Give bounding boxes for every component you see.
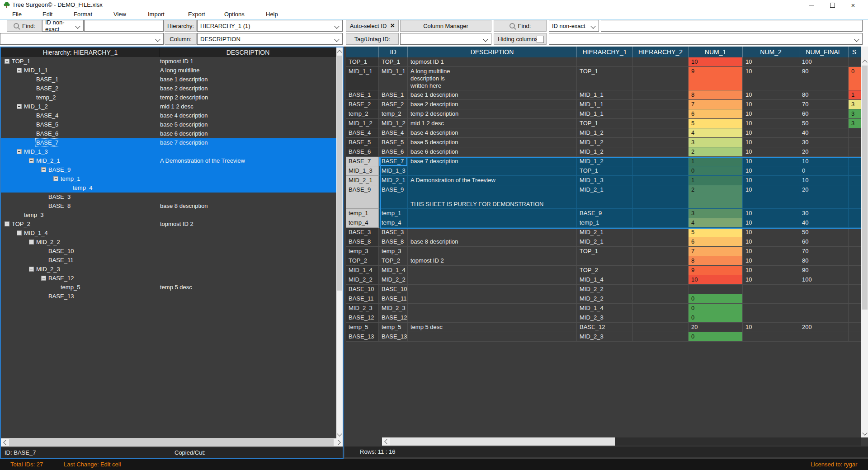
table-row-BASE_1[interactable]: BASE_1BASE_1base 1 descriptionMID_1_1810…	[346, 90, 861, 100]
hiding-columns-toggle[interactable]: Hiding columns	[494, 33, 547, 45]
cell-description[interactable]: temp 5 desc	[408, 323, 577, 332]
scroll-left-icon[interactable]	[383, 438, 389, 445]
cell-id[interactable]: BASE_2	[379, 100, 408, 109]
cell-hierarchy-2[interactable]	[633, 209, 689, 218]
cell-hierarchy-1[interactable]: MID_2_2	[577, 285, 633, 294]
cell-id[interactable]: BASE_7	[379, 157, 408, 166]
cell-cutoff[interactable]	[849, 147, 861, 157]
cell-num-2[interactable]: 10	[743, 185, 799, 209]
tree-vscrollbar[interactable]	[336, 47, 343, 438]
cell-description[interactable]: base 7 description	[408, 157, 577, 166]
cell-num-2[interactable]	[743, 313, 799, 323]
table-row-MID_2_3[interactable]: MID_2_3MID_2_3MID_1_40	[346, 304, 861, 313]
cell-num-2[interactable]: 10	[743, 266, 799, 275]
cell-num-final[interactable]: 70	[799, 247, 849, 256]
cell-hierarchy-2[interactable]	[633, 237, 689, 247]
minimize-button[interactable]	[803, 0, 820, 10]
column-select[interactable]: DESCRIPTION	[197, 33, 343, 45]
cell-description[interactable]: topmost ID 2	[408, 256, 577, 266]
cell-id[interactable]: BASE_11	[379, 294, 408, 304]
tree-row-MID_1_1[interactable]: MID_1_1A long multiline	[1, 66, 336, 75]
cell-id[interactable]: MID_2_2	[379, 275, 408, 285]
grid-hscrollbar[interactable]	[382, 437, 861, 446]
cell-cutoff[interactable]	[849, 294, 861, 304]
cell-num-2[interactable]: 10	[743, 228, 799, 237]
tree-row-temp_5[interactable]: temp_5temp 5 desc	[1, 283, 336, 292]
table-row-MID_1_2[interactable]: MID_1_2MID_1_2mid 1 2 descTOP_1510503	[346, 119, 861, 128]
cell-description[interactable]	[408, 313, 577, 323]
cell-num-2[interactable]: 10	[743, 138, 799, 147]
cell-cutoff[interactable]	[849, 138, 861, 147]
table-row-MID_2_2[interactable]: MID_2_2MID_2_2MID_1_41010100	[346, 275, 861, 285]
tree-row-MID_1_3[interactable]: MID_1_3	[1, 147, 336, 156]
auto-select-id-button[interactable]: Auto-select ID ×	[346, 20, 399, 32]
tree-header-hierarchy[interactable]: Hierarchy: HIERARCHY_1	[1, 47, 160, 57]
row-header[interactable]: BASE_10	[346, 285, 379, 294]
find-mode-select-right[interactable]: ID non-exact	[549, 20, 599, 32]
cell-num-final[interactable]: 100	[799, 275, 849, 285]
cell-hierarchy-1[interactable]: MID_1_4	[577, 275, 633, 285]
cell-num-final[interactable]: 90	[799, 67, 849, 90]
cell-num-1[interactable]: 0	[689, 313, 743, 323]
tree-row-MID_2_3[interactable]: MID_2_3	[1, 265, 336, 274]
cell-num-1[interactable]: 1	[689, 176, 743, 185]
cell-num-final[interactable]	[799, 313, 849, 323]
tree-node-label[interactable]: temp_2	[36, 94, 56, 101]
cell-hierarchy-1[interactable]: MID_1_2	[577, 157, 633, 166]
cell-num-1[interactable]: 2	[689, 147, 743, 157]
table-row-BASE_8[interactable]: BASE_8BASE_8base 8 descriptionMID_2_1610…	[346, 237, 861, 247]
tree-node-label[interactable]: TOP_1	[12, 58, 30, 65]
cell-description[interactable]: A Demonstration of the Treeview	[408, 176, 577, 185]
cell-num-final[interactable]: 50	[799, 119, 849, 128]
cell-cutoff[interactable]	[849, 247, 861, 256]
cell-num-1[interactable]: 8	[689, 256, 743, 266]
tree-node-label[interactable]: MID_1_3	[24, 148, 48, 155]
cell-id[interactable]: temp_1	[379, 209, 408, 218]
column-header-hierarchy_2[interactable]: HIERARCHY_2	[633, 47, 689, 57]
scroll-down-icon[interactable]	[336, 431, 343, 437]
cell-num-1[interactable]: 0	[689, 294, 743, 304]
table-row-BASE_7[interactable]: BASE_7BASE_7base 7 descriptionMID_1_2110…	[346, 157, 861, 166]
cell-num-1[interactable]: 10	[689, 57, 743, 67]
cell-id[interactable]: BASE_9	[379, 185, 408, 209]
cell-hierarchy-1[interactable]: MID_1_1	[577, 90, 633, 100]
cell-cutoff[interactable]	[849, 266, 861, 275]
cell-hierarchy-1[interactable]	[577, 57, 633, 67]
table-row-TOP_1[interactable]: TOP_1TOP_1topmost ID 11010100	[346, 57, 861, 67]
tree-row-BASE_9[interactable]: BASE_9	[1, 165, 336, 174]
cell-hierarchy-1[interactable]: MID_1_1	[577, 100, 633, 109]
cell-hierarchy-1[interactable]: TOP_1	[577, 247, 633, 256]
row-header[interactable]: MID_2_2	[346, 275, 379, 285]
find-mode-select-left[interactable]: ID non-exact	[42, 20, 84, 32]
scroll-left-icon[interactable]	[2, 439, 8, 446]
cell-cutoff[interactable]: 3	[849, 100, 861, 109]
cell-num-1[interactable]: 5	[689, 119, 743, 128]
cell-hierarchy-2[interactable]	[633, 157, 689, 166]
find-result-select[interactable]	[0, 33, 164, 45]
row-header[interactable]: TOP_2	[346, 256, 379, 266]
grid-hscroll-thumb[interactable]	[390, 437, 615, 446]
cell-hierarchy-2[interactable]	[633, 285, 689, 294]
cell-num-final[interactable]: 200	[799, 323, 849, 332]
cell-hierarchy-2[interactable]	[633, 275, 689, 285]
collapse-icon[interactable]	[41, 276, 46, 281]
tree-header-description[interactable]: DESCRIPTION	[160, 47, 336, 57]
cell-hierarchy-1[interactable]: MID_2_3	[577, 313, 633, 323]
cell-hierarchy-1[interactable]: MID_2_1	[577, 228, 633, 237]
grid-vscroll-thumb[interactable]	[862, 66, 868, 310]
cell-description[interactable]	[408, 247, 577, 256]
cell-num-1[interactable]: 0	[689, 332, 743, 342]
table-row-MID_2_1[interactable]: MID_2_1MID_2_1A Demonstration of the Tre…	[346, 176, 861, 185]
cell-num-2[interactable]: 10	[743, 256, 799, 266]
column-header-num_2[interactable]: NUM_2	[743, 47, 799, 57]
row-header[interactable]: MID_1_4	[346, 266, 379, 275]
cell-num-2[interactable]: 10	[743, 247, 799, 256]
cell-hierarchy-1[interactable]: temp_1	[577, 218, 633, 228]
cell-description[interactable]	[408, 228, 577, 237]
cell-description[interactable]: topmost ID 1	[408, 57, 577, 67]
hierarchy-button[interactable]: Hierarchy:	[165, 20, 197, 32]
cell-hierarchy-1[interactable]: TOP_2	[577, 266, 633, 275]
cell-hierarchy-2[interactable]	[633, 218, 689, 228]
cell-hierarchy-1[interactable]: MID_2_1	[577, 237, 633, 247]
tree-row-temp_3[interactable]: temp_3	[1, 211, 336, 220]
